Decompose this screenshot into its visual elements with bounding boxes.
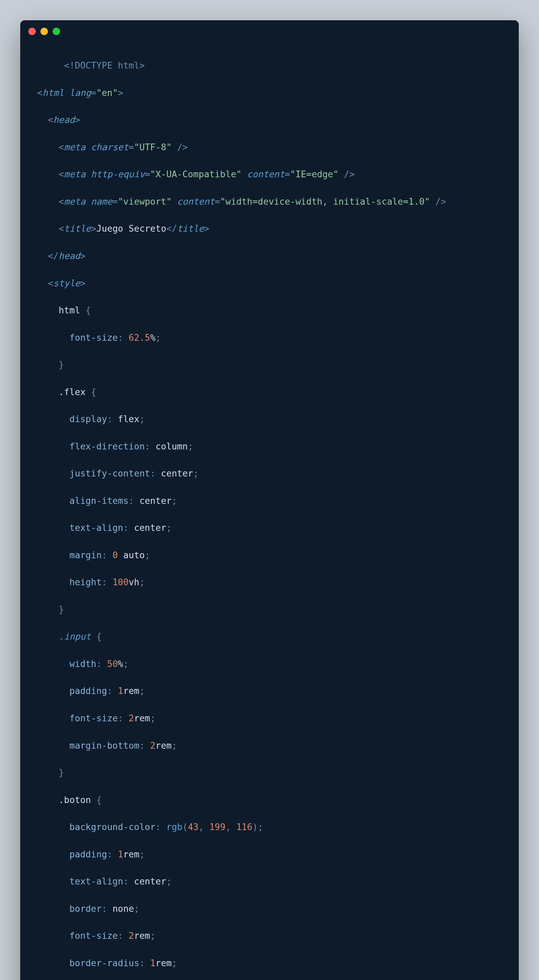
code-text: flex (118, 414, 139, 424)
code-text: margin-bottom (70, 740, 139, 751)
code-text: content (247, 169, 285, 179)
code-text: font-size (70, 713, 118, 723)
code-text: text-align (70, 522, 124, 533)
code-text: padding (70, 849, 107, 859)
code-window: <!DOCTYPE html> <html lang="en"> <head> … (20, 20, 519, 980)
titlebar (20, 20, 519, 38)
code-text: auto (123, 550, 145, 560)
code-text: 50 (107, 659, 118, 669)
code-text: rem (155, 740, 172, 751)
code-text: 2 (150, 740, 155, 751)
code-text: .flex (59, 387, 86, 397)
code-text: rgb (166, 822, 182, 832)
code-text: head (53, 115, 75, 125)
code-text: style (53, 278, 80, 288)
code-text: html (59, 305, 80, 315)
minimize-icon[interactable] (40, 28, 48, 35)
code-text: rem (155, 958, 172, 968)
code-text: width (70, 659, 97, 669)
code-text: text-align (70, 876, 124, 886)
code-text: content (177, 196, 215, 207)
code-text: center (134, 876, 166, 886)
code-text: center (139, 495, 172, 506)
code-text: 1 (118, 686, 123, 696)
code-text: 0 (112, 550, 118, 560)
code-text: <!DOCTYPE html> (64, 60, 145, 71)
code-text: 100 (112, 577, 128, 587)
code-text: none (112, 904, 134, 914)
code-text: lang (70, 88, 91, 98)
code-text: "viewport" (118, 196, 172, 207)
code-text: border-radius (70, 958, 139, 968)
code-text: "width=device-width, initial-scale=1.0" (220, 196, 430, 207)
code-text: font-size (70, 332, 118, 343)
code-text: rem (123, 849, 139, 859)
code-text: 62.5 (128, 332, 150, 343)
code-text: column (155, 441, 188, 452)
code-text: % (118, 659, 123, 669)
code-editor[interactable]: <!DOCTYPE html> <html lang="en"> <head> … (20, 38, 519, 980)
code-text: vh (128, 577, 139, 587)
code-text: .input (59, 631, 91, 642)
code-text: title (177, 223, 204, 234)
code-text: background-color (70, 822, 155, 832)
code-text: height (70, 577, 102, 587)
code-text: http-equiv (91, 169, 145, 179)
code-text: "UTF-8" (134, 142, 172, 152)
code-text: 1 (150, 958, 155, 968)
code-text: Juego Secreto (97, 223, 166, 234)
code-text: "en" (97, 88, 118, 98)
code-text: border (70, 904, 102, 914)
code-text: "IE=edge" (290, 169, 339, 179)
code-text: padding (70, 686, 107, 696)
code-text: font-size (70, 931, 118, 941)
code-text: center (161, 468, 193, 479)
maximize-icon[interactable] (52, 28, 60, 35)
code-text: display (70, 414, 107, 424)
code-text: rem (123, 686, 139, 696)
code-text: "X-UA-Compatible" (150, 169, 241, 179)
code-text: rem (134, 713, 150, 723)
code-text: title (64, 223, 91, 234)
code-text: margin (70, 550, 102, 560)
code-text: rem (134, 931, 150, 941)
code-text: align-items (70, 495, 129, 506)
code-text: head (59, 251, 80, 261)
code-text: % (150, 332, 155, 343)
code-text: 43 (188, 822, 199, 832)
code-text: 2 (128, 713, 134, 723)
code-text: html (43, 88, 64, 98)
code-text: 116 (236, 822, 252, 832)
code-text: flex-direction (70, 441, 145, 452)
code-text: center (134, 522, 166, 533)
code-text: .boton (59, 795, 91, 805)
code-text: 1 (118, 849, 123, 859)
code-text: charset (91, 142, 129, 152)
close-icon[interactable] (29, 28, 36, 35)
code-text: justify-content (70, 468, 150, 479)
code-text: 199 (209, 822, 226, 832)
code-text: name (91, 196, 113, 207)
code-text: 2 (128, 931, 134, 941)
